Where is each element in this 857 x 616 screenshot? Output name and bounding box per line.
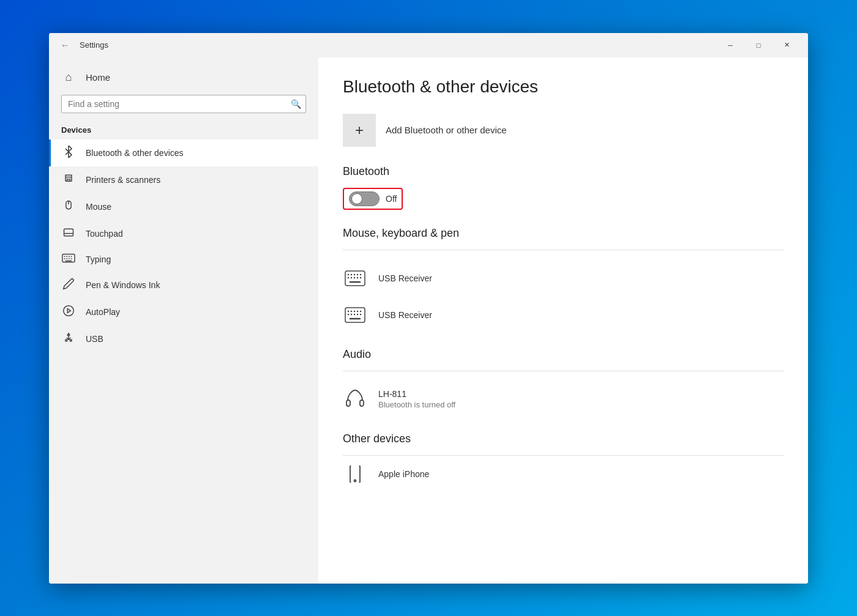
bluetooth-toggle-row: Off xyxy=(343,188,784,210)
usb-icon xyxy=(61,332,76,346)
device-sub-lh811: Bluetooth is turned off xyxy=(378,400,455,409)
toggle-knob xyxy=(351,193,362,204)
audio-section: Audio LH-811 Bluetooth is turned off xyxy=(343,348,784,418)
svg-rect-1 xyxy=(67,179,70,180)
main-content: ⌂ Home 🔍 Devices Bluetooth & other devic… xyxy=(49,58,808,584)
sidebar: ⌂ Home 🔍 Devices Bluetooth & other devic… xyxy=(49,58,318,584)
usb-receiver-icon-2 xyxy=(343,303,367,327)
sidebar-item-autoplay[interactable]: AutoPlay xyxy=(49,299,318,325)
divider-3 xyxy=(343,455,784,456)
device-name-usb2: USB Receiver xyxy=(378,310,432,320)
home-icon: ⌂ xyxy=(61,71,76,84)
main-panel: Bluetooth & other devices + Add Bluetoot… xyxy=(318,58,808,584)
sidebar-item-touchpad[interactable]: Touchpad xyxy=(49,220,318,247)
bluetooth-section: Bluetooth Off xyxy=(343,165,784,210)
device-item-iphone: Apple iPhone xyxy=(343,466,784,483)
svg-rect-4 xyxy=(64,229,73,236)
sidebar-item-autoplay-label: AutoPlay xyxy=(86,307,120,317)
pen-icon xyxy=(61,278,76,292)
mouse-keyboard-section: Mouse, keyboard & pen xyxy=(343,227,784,333)
search-container: 🔍 xyxy=(61,95,306,113)
svg-point-46 xyxy=(354,480,356,481)
printer-icon xyxy=(61,173,76,187)
other-devices-section: Other devices Apple iPhone xyxy=(343,432,784,483)
sidebar-item-bluetooth[interactable]: Bluetooth & other devices xyxy=(49,139,318,166)
device-item-lh811: LH-811 Bluetooth is turned off xyxy=(343,381,784,418)
add-device-icon: + xyxy=(343,114,376,147)
device-name-usb1: USB Receiver xyxy=(378,273,432,283)
sidebar-item-usb[interactable]: USB xyxy=(49,325,318,352)
device-item-usb1: USB Receiver xyxy=(343,260,784,297)
sidebar-item-pen-label: Pen & Windows Ink xyxy=(86,280,160,290)
search-input[interactable] xyxy=(61,95,306,113)
sidebar-item-printers-label: Printers & scanners xyxy=(86,175,160,185)
svg-rect-44 xyxy=(360,400,364,406)
sidebar-item-usb-label: USB xyxy=(86,334,103,344)
usb-receiver-icon-1 xyxy=(343,266,367,291)
sidebar-item-typing-label: Typing xyxy=(86,254,111,264)
close-button[interactable]: ✕ xyxy=(773,35,801,55)
back-button[interactable]: ← xyxy=(56,37,73,54)
divider-2 xyxy=(343,371,784,371)
window-controls: ─ □ ✕ xyxy=(716,35,801,55)
sidebar-item-typing[interactable]: Typing xyxy=(49,247,318,272)
keyboard-icon xyxy=(61,253,76,265)
page-title: Bluetooth & other devices xyxy=(343,77,784,97)
search-icon: 🔍 xyxy=(291,99,301,109)
restore-button[interactable]: □ xyxy=(744,35,773,55)
bluetooth-toggle-label: Off xyxy=(386,194,397,204)
touchpad-icon xyxy=(61,226,76,241)
titlebar: ← Settings ─ □ ✕ xyxy=(49,33,808,58)
svg-rect-43 xyxy=(346,400,350,406)
audio-section-title: Audio xyxy=(343,348,784,361)
sidebar-home-label: Home xyxy=(86,72,110,83)
sidebar-item-printers[interactable]: Printers & scanners xyxy=(49,166,318,193)
sidebar-item-mouse[interactable]: Mouse xyxy=(49,193,318,220)
sidebar-item-mouse-label: Mouse xyxy=(86,202,111,212)
sidebar-item-bluetooth-label: Bluetooth & other devices xyxy=(86,148,184,158)
phone-icon xyxy=(343,466,367,483)
mouse-keyboard-title: Mouse, keyboard & pen xyxy=(343,227,784,240)
divider-1 xyxy=(343,250,784,250)
device-name-lh811: LH-811 xyxy=(378,389,455,399)
sidebar-item-home[interactable]: ⌂ Home xyxy=(49,65,318,90)
svg-point-16 xyxy=(64,305,74,316)
headphones-icon xyxy=(343,387,367,412)
settings-window: ← Settings ─ □ ✕ ⌂ Home 🔍 Devices xyxy=(49,33,808,584)
mouse-icon xyxy=(61,199,76,214)
bluetooth-toggle[interactable] xyxy=(349,191,380,206)
device-name-iphone: Apple iPhone xyxy=(378,469,429,479)
autoplay-icon xyxy=(61,305,76,319)
window-title: Settings xyxy=(80,40,716,50)
device-item-usb2: USB Receiver xyxy=(343,297,784,333)
svg-marker-17 xyxy=(67,308,70,313)
add-device-label: Add Bluetooth or other device xyxy=(386,125,507,135)
minimize-button[interactable]: ─ xyxy=(716,35,744,55)
bluetooth-toggle-wrapper: Off xyxy=(343,188,403,210)
sidebar-section-label: Devices xyxy=(49,123,318,139)
add-device-button[interactable]: + Add Bluetooth or other device xyxy=(343,114,784,147)
sidebar-item-pen[interactable]: Pen & Windows Ink xyxy=(49,272,318,299)
bluetooth-icon xyxy=(61,146,76,160)
other-devices-title: Other devices xyxy=(343,432,784,445)
bluetooth-section-title: Bluetooth xyxy=(343,165,784,178)
sidebar-item-touchpad-label: Touchpad xyxy=(86,229,123,239)
